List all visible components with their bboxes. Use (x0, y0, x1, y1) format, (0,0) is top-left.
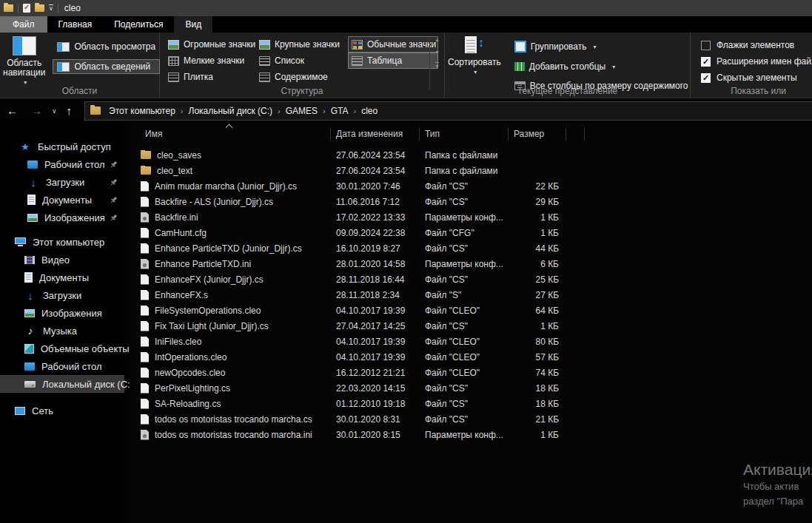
explorer-icon[interactable] (4, 4, 13, 12)
sidebar-item-this-pc[interactable]: Этот компьютер (0, 233, 124, 251)
file-row[interactable]: EnhanceFX.s 28.11.2018 2:34 Файл "S" 27 … (130, 287, 812, 303)
ini-gear-icon (141, 259, 149, 269)
sidebar-item-desktop-qa[interactable]: Рабочий стол (0, 155, 124, 173)
3d-objects-icon (24, 344, 34, 354)
file-type: Файл "CS" (420, 399, 509, 409)
sidebar-item-documents[interactable]: Документы (0, 269, 124, 286)
checkbox-icon[interactable]: ✓ (701, 57, 711, 67)
group-by-button[interactable]: Группировать ▾ (510, 38, 693, 55)
tab-share[interactable]: Поделиться (103, 16, 174, 33)
file-row[interactable]: EnhanceFX (Junior_Djjr).cs 28.11.2018 16… (130, 271, 812, 287)
file-row[interactable]: CamHunt.cfg 09.09.2024 22:38 Файл "CFG" … (130, 225, 812, 240)
sidebar-item-videos[interactable]: Видео (0, 251, 124, 269)
checkbox-option[interactable]: ✓ Расширения имен файлов (701, 56, 812, 67)
tab-home[interactable]: Главная (47, 16, 104, 33)
view-content-button[interactable]: Содержимое (255, 69, 348, 85)
file-row[interactable]: FileSystemOperations.cleo 04.10.2017 19:… (130, 303, 812, 318)
file-row[interactable]: cleo_text 27.06.2024 23:54 Папка с файла… (130, 163, 812, 178)
checkbox-option[interactable]: ✓ Скрытые элементы (701, 72, 812, 83)
view-huge-icons-button[interactable]: Огромные значки (164, 36, 255, 53)
file-type: Файл "CLEO" (420, 306, 509, 316)
file-row[interactable]: SA-Reloading.cs 01.12.2010 19:18 Файл "C… (130, 396, 812, 411)
back-button[interactable]: ← (0, 104, 24, 117)
checkbox-label: Скрытые элементы (717, 72, 797, 83)
view-large-icons-button[interactable]: Крупные значки (255, 36, 348, 53)
file-row[interactable]: Enhance ParticleTXD.ini 28.01.2020 14:58… (130, 256, 812, 271)
recent-locations-icon[interactable]: ∨ (49, 107, 60, 115)
new-folder-icon[interactable] (35, 4, 44, 12)
file-row[interactable]: Fix Taxi Light (Junior_Djjr).cs 27.04.20… (130, 318, 812, 334)
pin-icon[interactable] (110, 213, 118, 224)
gallery-more-icon[interactable]: ▾ (435, 62, 438, 70)
breadcrumb-item[interactable]: GTA (326, 106, 354, 116)
file-row[interactable]: Enhance ParticleTXD (Junior_Djjr).cs 16.… (130, 240, 812, 256)
file-row[interactable]: todos os motoristas trocando marcha.ini … (130, 427, 812, 442)
file-row[interactable]: IniFiles.cleo 04.10.2017 19:39 Файл "CLE… (130, 334, 812, 349)
column-header-date-modified[interactable]: Дата изменения (331, 128, 420, 141)
file-name: IniFiles.cleo (155, 337, 201, 347)
sidebar-item-music[interactable]: Музыка (0, 322, 124, 340)
file-date-modified: 28.01.2020 14:58 (331, 259, 420, 269)
sidebar-item-downloads[interactable]: Загрузки (0, 286, 124, 304)
sidebar-item-local-disk-c[interactable]: Локальный диск (C:) (0, 375, 124, 393)
sidebar-item-pictures-qa[interactable]: Изображения (0, 209, 124, 226)
forward-button[interactable]: → (24, 104, 49, 117)
details-pane-button[interactable]: Область сведений (53, 59, 160, 74)
add-columns-button[interactable]: Добавить столбцы ▾ (510, 59, 693, 74)
sidebar-item-downloads-qa[interactable]: Загрузки (0, 173, 124, 191)
sidebar-item-pictures[interactable]: Изображения (0, 304, 124, 322)
checkbox-icon[interactable]: ✓ (701, 73, 711, 83)
column-header-type[interactable]: Тип (420, 128, 509, 141)
breadcrumb-item[interactable]: GAMES (281, 106, 323, 116)
file-date-modified: 30.01.2020 8:15 (331, 430, 420, 440)
sidebar-item-documents-qa[interactable]: Документы (0, 191, 124, 209)
ribbon-group-current-view: ↕ Сортировать ▾ Группировать ▾ Добавить … (445, 33, 691, 98)
window-title: cleo (64, 3, 81, 13)
gallery-scroll-up-icon[interactable]: ▴ (435, 37, 438, 43)
file-row[interactable]: Backfire - ALS (Junior_Djjr).cs 11.06.20… (130, 194, 812, 209)
tab-view[interactable]: Вид (174, 16, 212, 33)
checkbox-option[interactable]: ✓ Флажки элементов (701, 40, 812, 50)
tab-file[interactable]: Файл (0, 16, 47, 33)
view-medium-icons-button[interactable]: Обычные значки (348, 36, 438, 53)
file-row[interactable]: PerPixelLighting.cs 22.03.2020 14:15 Фай… (130, 380, 812, 396)
pin-icon[interactable] (110, 195, 118, 206)
customize-qat-icon[interactable]: ∨ (49, 4, 53, 12)
sidebar-item-3d-objects[interactable]: Объемные объекты (0, 340, 124, 357)
sidebar-item-label: Изображения (41, 308, 102, 319)
view-small-icons-button[interactable]: Мелкие значки (164, 53, 255, 69)
file-row[interactable]: cleo_saves 27.06.2024 23:54 Папка с файл… (130, 147, 812, 163)
sidebar-item-desktop[interactable]: Рабочий стол (0, 357, 124, 375)
view-list-button[interactable]: Список (255, 53, 348, 69)
preview-pane-button[interactable]: Область просмотра (53, 39, 160, 54)
pin-icon[interactable] (110, 178, 118, 189)
breadcrumb-item[interactable]: Локальный диск (C:) (184, 106, 278, 116)
breadcrumb-item[interactable]: cleo (356, 106, 383, 116)
file-row[interactable]: Anim mudar marcha (Junior_Djjr).cs 30.01… (130, 178, 812, 194)
view-tiles-button[interactable]: Плитка (164, 69, 255, 85)
file-icon (141, 414, 149, 425)
file-row[interactable]: newOpcodes.cleo 16.12.2012 21:21 Файл "C… (130, 365, 812, 380)
network-icon (15, 407, 25, 415)
file-name: Enhance ParticleTXD (Junior_Djjr).cs (155, 243, 302, 254)
separator (18, 4, 19, 13)
properties-check-icon[interactable] (23, 4, 30, 13)
sidebar-item-label: Сеть (32, 405, 53, 416)
view-details-button[interactable]: Таблица (348, 53, 438, 69)
sidebar-item-quick-access[interactable]: Быстрый доступ (0, 138, 124, 155)
column-header-name[interactable]: Имя (130, 128, 331, 141)
checkbox-icon[interactable]: ✓ (701, 41, 711, 50)
add-columns-icon (514, 62, 525, 71)
breadcrumb-item[interactable]: Этот компьютер (104, 106, 181, 116)
pin-icon[interactable] (110, 160, 118, 171)
sidebar-item-network[interactable]: Сеть (0, 402, 124, 419)
column-header-size[interactable]: Размер (509, 128, 566, 141)
file-row[interactable]: IntOperations.cleo 04.10.2017 19:39 Файл… (130, 349, 812, 365)
address-box[interactable]: Этот компьютер › Локальный диск (C:) › G… (84, 101, 812, 121)
up-button[interactable]: ↑ (60, 104, 79, 117)
column-header-extra[interactable] (566, 128, 585, 141)
file-row[interactable]: todos os motoristas trocando marcha.cs 3… (130, 411, 812, 427)
gallery-scroll-down-icon[interactable]: ▾ (435, 50, 438, 55)
folder-icon (141, 151, 151, 159)
file-row[interactable]: Backfire.ini 17.02.2022 13:33 Параметры … (130, 209, 812, 225)
